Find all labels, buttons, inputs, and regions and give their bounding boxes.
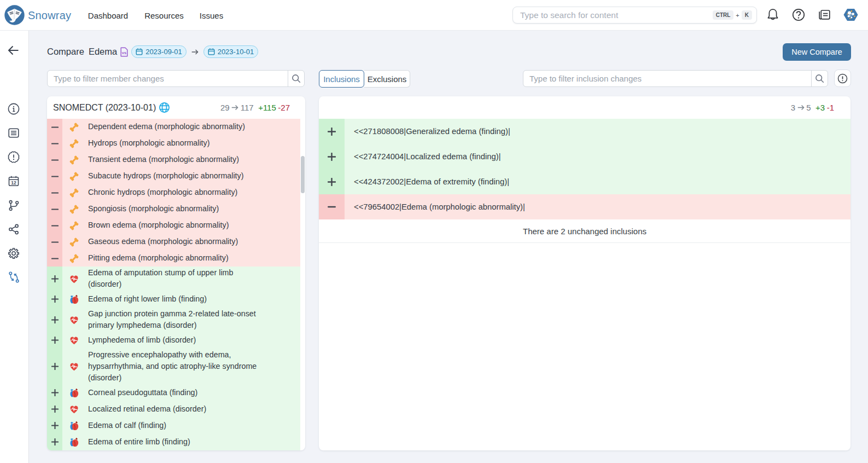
svg-text:12: 12: [11, 180, 16, 186]
svg-text:vs: vs: [122, 50, 126, 55]
